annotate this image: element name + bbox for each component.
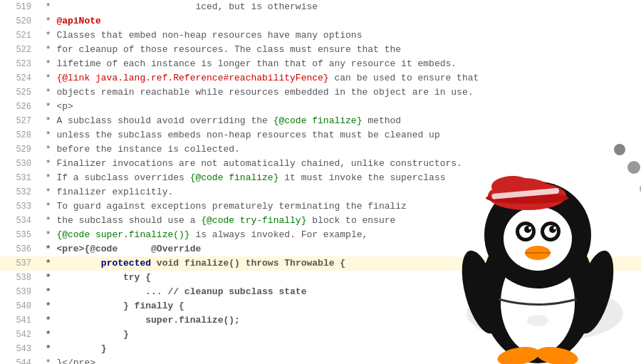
line-content-519: * iced, but is otherwise <box>40 0 318 14</box>
line-529: 529 * before the instance is collected. <box>0 142 641 157</box>
line-num-539: 539 <box>3 286 40 299</box>
line-num-536: 536 <box>3 243 40 256</box>
line-content-539: * ... // cleanup subclass state <box>40 285 306 298</box>
line-content-538: * try { <box>40 271 151 284</box>
line-num-542: 542 <box>3 328 40 342</box>
line-num-531: 531 <box>3 172 40 185</box>
line-522: 522 * for cleanup of those resources. Th… <box>0 43 641 57</box>
line-538: 538 * try { <box>0 271 641 285</box>
line-content-533: * To guard against exceptions prematurel… <box>40 199 407 213</box>
line-539: 539 * ... // cleanup subclass state <box>0 285 641 299</box>
line-content-535: * {@code super.finalize()} is always inv… <box>40 228 368 241</box>
line-523: 523 * lifetime of each instance is longe… <box>0 57 641 71</box>
line-num-537: 537 <box>3 257 40 271</box>
line-content-537: * protected void finalize() throws Throw… <box>40 256 345 270</box>
line-533: 533 * To guard against exceptions premat… <box>0 199 641 214</box>
line-num-523: 523 <box>3 58 40 71</box>
line-num-522: 522 <box>3 43 40 57</box>
line-num-521: 521 <box>3 29 40 43</box>
line-537: 537 * protected void finalize() throws T… <box>0 256 641 271</box>
line-num-540: 540 <box>3 300 40 313</box>
line-527: 527 * A subclass should avoid overriding… <box>0 114 641 128</box>
line-content-526: * <p> <box>40 100 73 113</box>
line-519: 519 * iced, but is otherwise <box>0 0 641 14</box>
line-num-535: 535 <box>3 229 40 242</box>
line-num-543: 543 <box>3 343 40 356</box>
line-content-529: * before the instance is collected. <box>40 142 240 156</box>
line-content-525: * objects remain reachable while resourc… <box>40 85 474 99</box>
line-content-520: * @apiNote <box>40 14 101 28</box>
line-num-534: 534 <box>3 214 40 228</box>
line-content-543: * } <box>40 342 107 355</box>
line-num-527: 527 <box>3 115 40 128</box>
line-544: 544 * }</pre> <box>0 356 641 364</box>
line-content-530: * Finalizer invocations are not automati… <box>40 157 462 170</box>
line-content-527: * A subclass should avoid overriding the… <box>40 114 401 128</box>
line-content-531: * If a subclass overrides {@code finaliz… <box>40 171 446 184</box>
line-535: 535 * {@code super.finalize()} is always… <box>0 228 641 242</box>
line-content-528: * unless the subclass embeds non-heap re… <box>40 128 440 142</box>
line-num-520: 520 <box>3 15 40 28</box>
code-viewer: 519 * iced, but is otherwise 520 * @apiN… <box>0 0 641 364</box>
line-num-532: 532 <box>3 186 40 199</box>
line-542: 542 * } <box>0 328 641 342</box>
line-content-522: * for cleanup of those resources. The cl… <box>40 43 401 56</box>
line-content-532: * finalizer explicitly. <box>40 185 173 199</box>
line-content-523: * lifetime of each instance is longer th… <box>40 57 457 71</box>
line-541: 541 * super.finalize(); <box>0 313 641 328</box>
line-521: 521 * Classes that embed non-heap resour… <box>0 28 641 43</box>
line-520: 520 * @apiNote <box>0 14 641 28</box>
line-num-526: 526 <box>3 100 40 114</box>
line-content-541: * super.finalize(); <box>40 313 240 327</box>
line-num-538: 538 <box>3 271 40 285</box>
line-530: 530 * Finalizer invocations are not auto… <box>0 157 641 171</box>
line-content-542: * } <box>40 328 129 341</box>
line-num-519: 519 <box>3 1 40 14</box>
line-content-521: * Classes that embed non-heap resources … <box>40 28 362 42</box>
line-content-534: * the subclass should use a {@code try-f… <box>40 214 395 227</box>
line-536: 536 * <pre>{@code @Override <box>0 242 641 256</box>
line-num-524: 524 <box>3 72 40 85</box>
line-content-524: * {@link java.lang.ref.Reference#reachab… <box>40 71 479 85</box>
line-532: 532 * finalizer explicitly. <box>0 185 641 199</box>
line-525: 525 * objects remain reachable while res… <box>0 85 641 100</box>
line-524: 524 * {@link java.lang.ref.Reference#rea… <box>0 71 641 85</box>
line-528: 528 * unless the subclass embeds non-hea… <box>0 128 641 142</box>
line-num-544: 544 <box>3 357 40 364</box>
line-num-533: 533 <box>3 200 40 214</box>
line-num-541: 541 <box>3 314 40 328</box>
line-540: 540 * } finally { <box>0 299 641 313</box>
line-534: 534 * the subclass should use a {@code t… <box>0 214 641 228</box>
line-543: 543 * } <box>0 342 641 356</box>
line-content-544: * }</pre> <box>40 356 95 364</box>
line-num-530: 530 <box>3 157 40 171</box>
line-content-536: * <pre>{@code @Override <box>40 242 201 256</box>
line-num-528: 528 <box>3 129 40 142</box>
line-content-540: * } finally { <box>40 299 184 313</box>
line-526: 526 * <p> <box>0 100 641 114</box>
line-531: 531 * If a subclass overrides {@code fin… <box>0 171 641 185</box>
line-num-529: 529 <box>3 143 40 157</box>
line-num-525: 525 <box>3 86 40 100</box>
